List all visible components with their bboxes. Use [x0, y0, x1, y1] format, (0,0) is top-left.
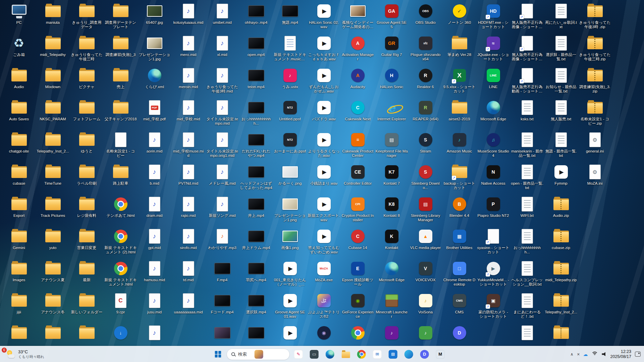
desktop-icon[interactable]: mero.mid — [171, 34, 205, 66]
desktop-icon[interactable]: 新規ソング.mid — [205, 194, 239, 227]
desktop-icon[interactable]: 父子キャンプ2018 — [104, 98, 138, 130]
desktop-icon[interactable]: 001_東北きりたん（ノーマル）_今じゃ... — [273, 259, 307, 291]
start-button[interactable] — [211, 347, 225, 361]
desktop-icon[interactable]: HDHDDFMT.exe - ショートカット — [476, 1, 510, 34]
desktop-icon[interactable]: きゅうり食ってた午後三時.zip — [578, 34, 612, 66]
desktop-icon[interactable]: 名称未設定1 - コピー.zip — [578, 98, 612, 130]
desktop-icon[interactable]: b.mid — [138, 162, 171, 194]
desktop-icon[interactable]: NKSC_PARAM — [36, 98, 70, 130]
desktop-icon[interactable]: SSteam — [409, 130, 442, 162]
taskbar-app-chrome[interactable] — [355, 347, 369, 361]
weather-widget[interactable]: 33°C くもり時々晴れ — [3, 346, 48, 362]
desktop-icon[interactable]: PVTNd.mid — [171, 162, 205, 194]
tray-chevron-up-icon[interactable]: ∧ — [570, 352, 573, 357]
desktop-icon[interactable]: mid_学校.pdf — [138, 98, 171, 130]
desktop-icon[interactable]: chatgpt-site — [2, 130, 36, 162]
desktop-icon[interactable]: manisekarin - 親作品一覧.txt — [510, 130, 544, 162]
desktop-icon[interactable]: mid_学校.mid — [171, 98, 205, 130]
desktop-icon[interactable]: ▣家の防犯カメラ - ショートカット — [476, 291, 510, 323]
desktop-icon[interactable]: 選択肢 - 親作品一覧.txt — [544, 34, 578, 66]
desktop-icon[interactable]: SSteinberg Downlo... — [409, 162, 442, 194]
desktop-icon[interactable]: Minecraft Launcher — [375, 291, 409, 323]
desktop-icon[interactable]: 新規 テキストドキュメント.html — [104, 259, 138, 291]
desktop-icon[interactable]: PPiapro Studio NT2 — [476, 194, 510, 227]
desktop-icon[interactable]: フォトフレーム — [70, 98, 104, 130]
desktop-icon[interactable]: 売上 — [104, 66, 138, 98]
desktop-icon[interactable]: ▤Steinberg Library Manager — [409, 194, 442, 227]
tray-app-cloud-icon[interactable]: ☁ — [583, 352, 588, 357]
desktop-icon[interactable]: ラベル印刷 — [70, 162, 104, 194]
desktop-icon[interactable]: CMSCMS — [442, 291, 476, 323]
desktop-icon[interactable]: 営業日変更 — [70, 227, 104, 259]
desktop-icon[interactable]: ♪うみ.ustx — [273, 66, 307, 98]
desktop-icon[interactable]: AAudacity — [341, 66, 375, 98]
desktop-icon[interactable]: パズドラ.wav — [307, 98, 341, 130]
desktop-icon[interactable]: rajio.mid — [171, 194, 205, 227]
desktop-icon[interactable] — [273, 323, 307, 346]
desktop-icon[interactable]: uaaaaaaaaa.mid — [171, 291, 205, 323]
desktop-icon[interactable]: 調査用データテンプレート — [104, 1, 138, 34]
desktop-icon[interactable]: Telepathy_Inst_2... — [544, 291, 578, 323]
desktop-icon[interactable] — [70, 323, 104, 346]
desktop-icon[interactable]: ピクチャ — [70, 66, 104, 98]
desktop-icon[interactable]: Gemini — [2, 227, 36, 259]
desktop-icon[interactable] — [239, 323, 273, 346]
desktop-icon[interactable]: cubase.zip — [544, 227, 578, 259]
desktop-icon[interactable]: Telepathy_Inst_2... — [36, 130, 70, 162]
desktop-icon[interactable]: sirofo.mid — [171, 227, 205, 259]
desktop-icon[interactable]: メドレー風.mid — [205, 162, 239, 194]
desktop-icon[interactable]: ずんだもん_しおかぜふ.wav — [307, 66, 341, 98]
desktop-icon[interactable]: タイトル未設定.tempo.mid — [205, 98, 239, 130]
desktop-icon[interactable]: Fymmp — [544, 162, 578, 194]
desktop-icon[interactable]: 孤独なインディーゲーム開発者の一生... — [341, 1, 375, 34]
desktop-icon[interactable]: 無題.mp4 — [273, 1, 307, 34]
desktop-icon[interactable]: 無人販売不正行為画像 - ショートカット — [510, 34, 544, 66]
desktop-icon[interactable]: xl.mid — [205, 34, 239, 66]
desktop-icon[interactable]: mid_学校muse.mid — [171, 130, 205, 162]
desktop-icon[interactable]: レジ袋有料 — [70, 194, 104, 227]
desktop-icon[interactable]: Track Pictures — [36, 194, 70, 227]
notification-icon[interactable] — [635, 352, 641, 357]
desktop-icon[interactable]: ♫MuseScore Studio 4 — [476, 130, 510, 162]
desktop-icon[interactable]: MoZA.ini — [578, 162, 612, 194]
desktop-icon[interactable]: アナウンス夏 — [36, 259, 70, 291]
desktop-icon[interactable]: Internet Explorer — [375, 98, 409, 130]
desktop-icon[interactable]: WIFI.txt — [510, 194, 544, 227]
desktop-icon[interactable]: 新規 テキストドキュメント.musicxml — [273, 34, 307, 66]
desktop-icon[interactable]: NNative Access — [476, 162, 510, 194]
desktop-icon[interactable]: kotusytuaaus.mid — [171, 1, 205, 34]
desktop-icon[interactable]: ▦Brother Utilities — [442, 227, 476, 259]
taskbar-app-file-explorer[interactable] — [339, 347, 353, 361]
taskbar-app-music-m[interactable]: M — [433, 347, 447, 361]
tray-app-x-icon[interactable]: × — [577, 352, 580, 357]
desktop-icon[interactable]: ✓ノートン 360 — [442, 1, 476, 34]
desktop-icon[interactable]: aorin.mid — [138, 130, 171, 162]
desktop-icon[interactable]: yuto — [36, 227, 70, 259]
desktop-icon[interactable]: Auto Saves — [2, 98, 36, 130]
desktop-icon[interactable]: midi_Telepathy.zip — [544, 259, 578, 291]
desktop-icon[interactable]: ♪Amazon Music — [442, 130, 476, 162]
desktop-icon[interactable]: ↓ — [104, 323, 138, 346]
desktop-icon[interactable]: 路上駐車 — [104, 162, 138, 194]
desktop-icon[interactable]: 筆まめ Ver.28 — [442, 34, 476, 66]
desktop-icon[interactable]: 無題 - 親作品一覧.txt — [544, 130, 578, 162]
taskbar-app-discord[interactable]: D — [418, 347, 432, 361]
desktop-icon[interactable] — [2, 323, 36, 346]
desktop-icon[interactable]: ごみ箱 — [2, 34, 36, 66]
desktop-icon[interactable]: 無人販売不正行為動画 - ショートカット — [510, 66, 544, 98]
desktop-icon[interactable]: アナウンス冬 — [36, 291, 70, 323]
desktop-icon[interactable]: AActivation Manager — [341, 34, 375, 66]
desktop-icon[interactable]: umibet.mid — [205, 1, 239, 34]
desktop-icon[interactable]: ▶YukkunMovieM... - ショートカット — [476, 259, 510, 291]
taskbar-app-edge[interactable] — [323, 347, 337, 361]
desktop-icon[interactable]: RReaktor 6 — [409, 66, 442, 98]
desktop-icon[interactable]: ♪VoiSona — [409, 291, 442, 323]
desktop-icon[interactable]: ヘッドフォンはずしてよかった.mp4 — [239, 162, 273, 194]
desktop-icon[interactable]: 死にたい_ゅ歌詞.txt — [544, 1, 578, 34]
desktop-icon[interactable]: こっちｈｄすおｆｄｓｂあ.wav — [307, 34, 341, 66]
desktop-icon[interactable]: きゅうり食ってた午後三時 — [70, 34, 104, 66]
desktop-icon[interactable]: Fコード.mp4 — [205, 291, 239, 323]
desktop-icon[interactable]: タイトル未設定.tempo.orig1.mid — [205, 130, 239, 162]
search-box[interactable]: 検索 — [227, 349, 290, 360]
volume-icon[interactable] — [602, 352, 606, 356]
